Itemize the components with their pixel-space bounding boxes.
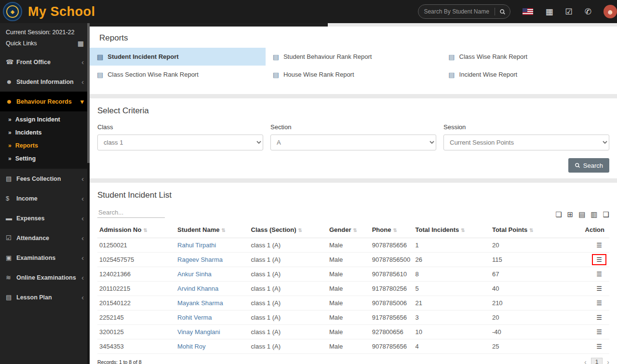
pagination-prev[interactable]: ‹: [584, 358, 587, 364]
sidebar-item-fees-collection[interactable]: ▤Fees Collection‹: [0, 169, 90, 189]
cell-phone: 9078785656: [370, 339, 414, 354]
cell-class-section: class 1 (A): [249, 267, 327, 282]
session-select[interactable]: Current Session Points: [443, 135, 609, 150]
sidebar-item-online-examinations[interactable]: ≋Online Examinations‹: [0, 268, 90, 287]
report-link-class-wise-rank-report[interactable]: ▤Class Wise Rank Report: [441, 48, 617, 66]
row-action-menu-icon[interactable]: ☰: [594, 242, 604, 249]
task-icon[interactable]: ☑: [565, 8, 573, 16]
headset-icon: ☎: [6, 58, 16, 66]
chat-icon[interactable]: ✆: [585, 8, 591, 16]
sidebar-subitem-incidents[interactable]: »Incidents: [0, 126, 90, 139]
flag-icon[interactable]: [523, 8, 533, 15]
cell-admission-no: 124021366: [97, 267, 175, 282]
search-icon[interactable]: [495, 9, 510, 15]
cell-student-name: Rahul Tirpathi: [175, 238, 249, 253]
quick-links-label: Quick Links: [6, 40, 37, 47]
table-search-input[interactable]: [97, 207, 165, 218]
student-name-link[interactable]: Rohit Verma: [177, 314, 212, 321]
sort-icon: ⇅: [393, 228, 397, 233]
column-header-total-incidents[interactable]: Total Incidents⇅: [414, 222, 490, 238]
column-header-class-section[interactable]: Class (Section)⇅: [249, 222, 327, 238]
sidebar-item-label: Online Examinations: [16, 274, 81, 281]
reports-panel: Reports ▤Student Incident Report▤Student…: [90, 27, 617, 94]
class-select[interactable]: class 1: [97, 135, 263, 150]
excel-icon[interactable]: ⊞: [567, 211, 574, 218]
report-link-house-wise-rank-report[interactable]: ▤House Wise Rank Report: [266, 66, 442, 83]
avatar-icon[interactable]: ☻: [604, 5, 617, 18]
sidebar-subitem-setting[interactable]: »Setting: [0, 152, 90, 165]
cell-admission-no: 2252145: [97, 310, 175, 325]
cell-action: ☰: [583, 238, 609, 253]
student-name-link[interactable]: Mohit Roy: [177, 343, 206, 350]
cell-total-incidents: 26: [414, 253, 490, 267]
cell-gender: Male: [327, 296, 370, 310]
grid-icon[interactable]: ▦: [78, 40, 84, 47]
cell-gender: Male: [327, 238, 370, 253]
pagination-current[interactable]: 1: [591, 358, 603, 364]
pagination-next[interactable]: ›: [607, 358, 609, 364]
student-name-link[interactable]: Arvind Khanna: [177, 285, 218, 292]
school-logo[interactable]: ◆: [3, 2, 22, 21]
column-header-admission-no[interactable]: Admission No⇅: [97, 222, 175, 238]
report-link-label: Class Section Wise Rank Report: [107, 71, 199, 78]
row-action-menu-icon[interactable]: ☰: [594, 299, 604, 307]
sidebar-item-student-information[interactable]: ☻Student Information‹: [0, 72, 90, 92]
sidebar-item-income[interactable]: $Income‹: [0, 189, 90, 208]
column-header-student-name[interactable]: Student Name⇅: [175, 222, 249, 238]
column-header-gender[interactable]: Gender⇅: [327, 222, 370, 238]
sidebar-item-label: Examinations: [16, 255, 81, 261]
criteria-fields: Classclass 1SectionASessionCurrent Sessi…: [97, 123, 609, 150]
cell-total-points: 20: [490, 310, 583, 325]
incident-list-title: Student Incident List: [97, 190, 609, 200]
cell-total-points: 210: [490, 296, 583, 310]
sidebar-item-behaviour-records[interactable]: ☻Behaviour Records▾: [0, 92, 90, 111]
sidebar-item-attendance[interactable]: ☑Attendance‹: [0, 228, 90, 248]
table-row: 3200125Vinay Manglaniclass 1 (A)Male9278…: [97, 325, 609, 339]
sidebar-item-lesson-plan[interactable]: ▤Lesson Plan‹: [0, 287, 90, 307]
report-link-student-incident-report[interactable]: ▤Student Incident Report: [90, 48, 266, 66]
copy-icon[interactable]: ❏: [555, 211, 562, 218]
sidebar-item-front-office[interactable]: ☎Front Office‹: [0, 52, 90, 72]
quick-links[interactable]: Quick Links ▦: [0, 37, 90, 52]
table-row: 124021366Ankur Sinhaclass 1 (A)Male90787…: [97, 267, 609, 282]
row-action-menu-icon[interactable]: ☰: [594, 343, 604, 350]
chevron-down-icon: ▾: [80, 97, 84, 106]
report-link-class-section-wise-rank-report[interactable]: ▤Class Section Wise Rank Report: [90, 66, 266, 83]
print-icon[interactable]: ❑: [603, 211, 609, 218]
student-name-link[interactable]: Rahul Tirpathi: [177, 242, 216, 249]
app-title[interactable]: My School: [28, 4, 95, 19]
row-action-menu-icon[interactable]: ☰: [594, 256, 604, 263]
row-action-menu-icon[interactable]: ☰: [594, 314, 604, 321]
pdf-icon[interactable]: ▥: [590, 211, 597, 218]
sidebar-scrollbar-track[interactable]: [87, 23, 90, 364]
row-action-menu-icon[interactable]: ☰: [594, 328, 604, 336]
wallet-icon: ▬: [6, 215, 16, 222]
student-name-link[interactable]: Ankur Sinha: [177, 270, 212, 278]
column-header-total-points[interactable]: Total Points⇅: [490, 222, 583, 238]
table-row: 201540122Mayank Sharmaclass 1 (A)Male907…: [97, 296, 609, 310]
sidebar-subitem-reports[interactable]: »Reports: [0, 139, 90, 152]
student-name-link[interactable]: Rageev Sharma: [177, 256, 223, 263]
sidebar-scrollbar-thumb[interactable]: [87, 23, 90, 163]
cell-phone: 9178780256: [370, 282, 414, 296]
search-button[interactable]: Search: [568, 158, 609, 173]
student-name-link[interactable]: Vinay Manglani: [177, 328, 220, 336]
sidebar-item-examinations[interactable]: ▣Examinations‹: [0, 248, 90, 268]
cell-admission-no: 3454353: [97, 339, 175, 354]
student-search-input[interactable]: [418, 8, 495, 15]
csv-icon[interactable]: ▤: [578, 211, 585, 218]
report-link-incident-wise-report[interactable]: ▤Incident Wise Report: [441, 66, 617, 83]
section-select[interactable]: A: [270, 135, 436, 150]
student-name-link[interactable]: Mayank Sharma: [177, 299, 223, 307]
column-header-phone[interactable]: Phone⇅: [370, 222, 414, 238]
sidebar-subitem-assign-incident[interactable]: »Assign Incident: [0, 113, 90, 126]
report-link-label: Student Incident Report: [107, 53, 178, 60]
report-link-student-behaviour-rank-report[interactable]: ▤Student Behaviour Rank Report: [266, 48, 442, 66]
row-action-menu-icon[interactable]: ☰: [594, 270, 604, 278]
sidebar-item-expenses[interactable]: ▬Expenses‹: [0, 208, 90, 228]
cell-phone: 9078785656: [370, 238, 414, 253]
calendar-icon[interactable]: ▦: [545, 8, 553, 16]
row-action-menu-icon[interactable]: ☰: [594, 285, 604, 292]
column-header-action: Action: [583, 222, 609, 238]
topbar-shadow-strip: [90, 23, 328, 27]
